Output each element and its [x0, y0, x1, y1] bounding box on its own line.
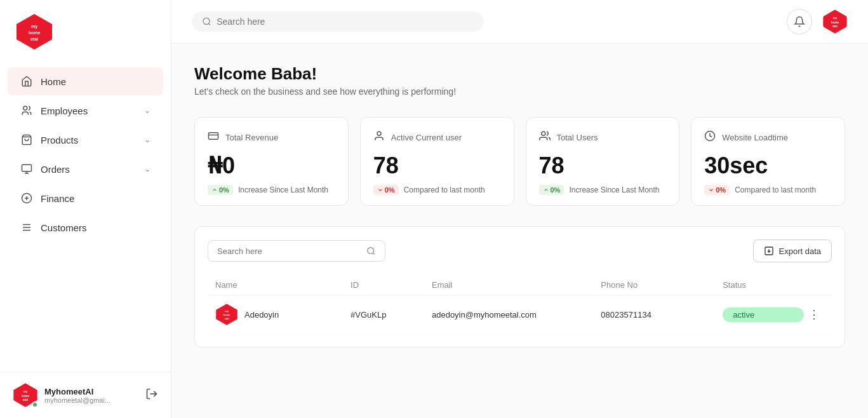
sidebar-item-products[interactable]: Products ⌄ — [8, 126, 163, 154]
products-icon — [20, 133, 33, 146]
user-name-cell: Adedoyin — [244, 310, 279, 320]
search-input[interactable] — [217, 17, 474, 27]
sidebar-item-finance[interactable]: Finance — [8, 184, 163, 212]
table-search-icon — [366, 246, 376, 256]
table-toolbar: Export data — [208, 239, 832, 262]
col-actions — [804, 280, 824, 290]
home-icon — [20, 75, 33, 88]
user-name: MyhomeetAI — [44, 387, 139, 396]
svg-rect-26 — [209, 133, 218, 140]
total-users-value: 78 — [539, 154, 667, 177]
user-avatar-button[interactable]: my home etal — [822, 9, 848, 34]
export-icon — [764, 246, 774, 256]
active-users-label: Active Current user — [391, 133, 462, 142]
svg-text:my: my — [225, 309, 229, 313]
table-row: my home etal Adedoyin #VGuKLp adedoyin@m… — [208, 295, 832, 334]
page-content: Welcome Baba! Let's check on the busines… — [171, 44, 868, 418]
col-status: Status — [723, 280, 804, 290]
row-more-button[interactable]: ⋮ — [804, 307, 824, 321]
svg-point-4 — [23, 106, 27, 110]
topbar-right: my home etal — [787, 9, 848, 34]
col-email: Email — [432, 280, 601, 290]
col-id: ID — [351, 280, 432, 290]
loadtime-badge: 0% — [704, 185, 730, 195]
sidebar-nav: Home Employees ⌄ Products ⌄ Orders ⌄ — [0, 61, 171, 372]
revenue-icon — [208, 130, 219, 144]
chevron-down-icon: ⌄ — [144, 135, 150, 144]
svg-point-31 — [368, 248, 374, 254]
user-info: MyhomeetAI myhomeetal@gmai... — [44, 387, 139, 404]
brand-logo: my home etal — [15, 13, 53, 51]
table-search-input[interactable] — [217, 246, 361, 256]
welcome-title: Welcome Baba! — [194, 64, 845, 84]
sidebar-item-customers-label: Customers — [41, 222, 150, 233]
svg-line-21 — [209, 24, 211, 25]
svg-rect-6 — [22, 165, 32, 172]
export-label: Export data — [779, 246, 822, 256]
svg-line-32 — [373, 253, 375, 255]
sidebar-item-customers[interactable]: Customers — [8, 213, 163, 241]
user-row-logo: my home etal — [215, 303, 238, 326]
total-users-badge-text: Increase Since Last Month — [569, 185, 659, 194]
clock-icon — [704, 130, 716, 144]
sidebar-item-employees[interactable]: Employees ⌄ — [8, 97, 163, 125]
user-email: myhomeetal@gmai... — [44, 396, 139, 404]
table-search-bar[interactable] — [208, 240, 385, 262]
user-id-cell: #VGuKLp — [351, 310, 432, 320]
revenue-badge-text: Increase Since Last Month — [238, 185, 328, 194]
chevron-down-icon: ⌄ — [144, 165, 150, 173]
export-button[interactable]: Export data — [753, 239, 832, 262]
sidebar-item-home-label: Home — [41, 76, 150, 87]
svg-point-20 — [203, 18, 210, 24]
svg-point-28 — [377, 131, 381, 135]
loadtime-badge-text: Compared to last month — [735, 185, 816, 194]
loadtime-label: Website Loadtime — [722, 133, 788, 142]
users-table-section: Export data Name ID Email Phone No Statu… — [194, 226, 845, 347]
active-users-value: 78 — [373, 154, 501, 177]
sidebar-footer: my home etal MyhomeetAI myhomeetal@gmai.… — [0, 372, 171, 418]
logout-button[interactable] — [145, 388, 158, 403]
col-phone: Phone No — [601, 280, 723, 290]
finance-icon — [20, 192, 33, 205]
revenue-badge: 0% — [208, 185, 233, 195]
stat-card-revenue: Total Revenue ₦0 0% Increase Since Last … — [194, 117, 349, 206]
sidebar-item-home[interactable]: Home — [8, 67, 163, 95]
user-email-cell: adedoyin@myhomeetal.com — [432, 310, 601, 320]
stat-card-loadtime: Website Loadtime 30sec 0% Compared to la… — [691, 117, 845, 206]
svg-text:my: my — [23, 390, 28, 393]
user-icon — [373, 130, 385, 144]
stat-card-total-users: Total Users 78 0% Increase Since Last Mo… — [526, 117, 680, 206]
sidebar-item-products-label: Products — [41, 135, 144, 145]
footer-logo: my home etal — [13, 382, 38, 408]
sidebar: my home etal Home Employees ⌄ Products — [0, 0, 171, 418]
svg-text:my: my — [31, 24, 37, 29]
sidebar-logo: my home etal — [0, 0, 171, 61]
svg-text:home: home — [22, 394, 30, 398]
active-users-badge: 0% — [373, 185, 399, 195]
sidebar-item-orders-label: Orders — [41, 164, 144, 175]
notification-button[interactable] — [787, 9, 812, 34]
total-users-label: Total Users — [557, 133, 598, 142]
total-users-badge: 0% — [539, 185, 564, 195]
col-name: Name — [215, 280, 351, 290]
status-badge: active — [723, 307, 804, 322]
chevron-down-icon: ⌄ — [144, 106, 150, 115]
sidebar-item-orders[interactable]: Orders ⌄ — [8, 155, 163, 183]
stat-card-active-users: Active Current user 78 0% Compared to la… — [360, 117, 514, 206]
active-users-badge-text: Compared to last month — [404, 185, 485, 194]
employees-icon — [20, 104, 33, 117]
online-indicator — [32, 401, 38, 408]
svg-text:home: home — [831, 21, 839, 24]
svg-text:etal: etal — [832, 25, 838, 28]
revenue-value: ₦0 — [208, 154, 335, 177]
users-icon — [539, 130, 551, 144]
welcome-subtitle: Let's check on the business and see how … — [194, 86, 845, 97]
svg-text:my: my — [833, 17, 838, 20]
revenue-label: Total Revenue — [225, 133, 278, 142]
loadtime-value: 30sec — [704, 154, 832, 177]
svg-text:home: home — [29, 30, 41, 35]
bell-icon — [794, 16, 805, 27]
user-cell: my home etal Adedoyin — [215, 303, 351, 326]
main-content: my home etal Welcome Baba! Let's check o… — [171, 0, 868, 418]
topbar-search[interactable] — [192, 11, 484, 32]
